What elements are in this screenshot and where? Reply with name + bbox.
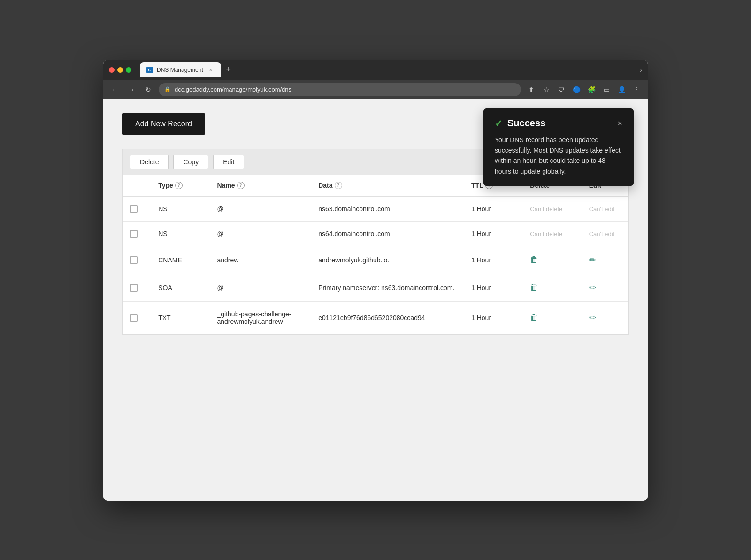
- edit-button[interactable]: Edit: [213, 155, 244, 169]
- dns-table-wrapper: Type ? Name ? Data: [122, 175, 629, 335]
- browser-window: G DNS Management × + › ← → ↻ 🔒 dcc.godad…: [103, 60, 648, 501]
- record-data: ns63.domaincontrol.com.: [311, 196, 464, 222]
- check-icon: ✓: [495, 118, 503, 129]
- share-icon[interactable]: ⬆: [525, 83, 538, 96]
- record-delete-action: 🗑: [522, 301, 581, 334]
- record-ttl: 1 Hour: [464, 246, 522, 274]
- address-bar[interactable]: 🔒 dcc.godaddy.com/manage/molyuk.com/dns: [159, 83, 521, 96]
- row-checkbox[interactable]: [130, 314, 138, 322]
- record-delete: Can't delete: [522, 196, 581, 222]
- page-content: Add New Record Delete Copy Edit Type ?: [103, 99, 648, 501]
- traffic-lights: [109, 67, 131, 73]
- record-ttl: 1 Hour: [464, 221, 522, 246]
- close-button[interactable]: [109, 67, 115, 73]
- url-text: dcc.godaddy.com/manage/molyuk.com/dns: [175, 86, 291, 93]
- back-button[interactable]: ←: [108, 83, 121, 96]
- reload-button[interactable]: ↻: [142, 83, 155, 96]
- fullscreen-button[interactable]: [126, 67, 131, 73]
- record-data: andrewmolyuk.github.io.: [311, 246, 464, 274]
- tab-close-button[interactable]: ×: [207, 66, 215, 74]
- toast-title: ✓ Success: [495, 118, 545, 129]
- profile-icon[interactable]: 👤: [615, 83, 628, 96]
- title-bar: G DNS Management × + ›: [103, 60, 648, 80]
- table-row: CNAME andrew andrewmolyuk.github.io. 1 H…: [123, 246, 628, 274]
- toast-message: Your DNS record has been updated success…: [495, 135, 622, 177]
- bookmark-icon[interactable]: ☆: [540, 83, 553, 96]
- record-data: e01121cb9f76d86d65202080ccad94: [311, 301, 464, 334]
- new-tab-button[interactable]: +: [222, 63, 235, 77]
- row-checkbox-cell: [123, 301, 151, 334]
- header-type: Type ?: [151, 175, 209, 196]
- delete-icon[interactable]: 🗑: [530, 255, 538, 264]
- lock-icon: 🔒: [164, 86, 171, 92]
- table-row: NS @ ns64.domaincontrol.com. 1 Hour Can'…: [123, 221, 628, 246]
- record-name: @: [209, 274, 311, 301]
- record-name: @: [209, 196, 311, 222]
- record-ttl: 1 Hour: [464, 301, 522, 334]
- row-checkbox[interactable]: [130, 205, 138, 213]
- success-toast: ✓ Success × Your DNS record has been upd…: [483, 108, 634, 186]
- extension-icon-2[interactable]: 🔵: [570, 83, 583, 96]
- row-checkbox-cell: [123, 274, 151, 301]
- delete-icon[interactable]: 🗑: [530, 283, 538, 292]
- minimize-button[interactable]: [117, 67, 123, 73]
- header-checkbox-cell: [123, 175, 151, 196]
- record-name: andrew: [209, 246, 311, 274]
- record-name: _github-pages-challenge-andrewmolyuk.and…: [209, 301, 311, 334]
- record-edit-action: ✏: [582, 301, 628, 334]
- extension-icon-1[interactable]: 🛡: [555, 83, 568, 96]
- copy-button[interactable]: Copy: [173, 155, 208, 169]
- row-checkbox-cell: [123, 221, 151, 246]
- overflow-button[interactable]: ›: [640, 66, 642, 74]
- name-help-icon[interactable]: ?: [237, 182, 245, 189]
- toast-header: ✓ Success ×: [495, 118, 622, 129]
- nav-icons: ⬆ ☆ 🛡 🔵 🧩 ▭ 👤 ⋮: [525, 83, 643, 96]
- record-name: @: [209, 221, 311, 246]
- record-edit: Can't edit: [582, 221, 628, 246]
- add-record-button[interactable]: Add New Record: [122, 113, 205, 135]
- edit-icon[interactable]: ✏: [589, 313, 596, 322]
- dns-table: Type ? Name ? Data: [123, 175, 628, 334]
- table-row: NS @ ns63.domaincontrol.com. 1 Hour Can'…: [123, 196, 628, 222]
- extensions-icon[interactable]: 🧩: [585, 83, 598, 96]
- record-type: TXT: [151, 301, 209, 334]
- record-data: ns64.domaincontrol.com.: [311, 221, 464, 246]
- type-help-icon[interactable]: ?: [175, 182, 183, 189]
- tab-title: DNS Management: [157, 67, 203, 73]
- delete-icon[interactable]: 🗑: [530, 313, 538, 322]
- header-name: Name ?: [209, 175, 311, 196]
- active-tab[interactable]: G DNS Management ×: [140, 62, 221, 77]
- record-edit-action: ✏: [582, 274, 628, 301]
- edit-icon[interactable]: ✏: [589, 255, 596, 265]
- tab-bar: G DNS Management × +: [140, 62, 235, 77]
- header-data: Data ?: [311, 175, 464, 196]
- row-checkbox[interactable]: [130, 230, 138, 238]
- row-checkbox[interactable]: [130, 284, 138, 292]
- tab-favicon: G: [146, 67, 153, 73]
- record-delete-action: 🗑: [522, 274, 581, 301]
- record-delete-action: 🗑: [522, 246, 581, 274]
- record-edit-action: ✏: [582, 246, 628, 274]
- nav-bar: ← → ↻ 🔒 dcc.godaddy.com/manage/molyuk.co…: [103, 80, 648, 99]
- record-data: Primary nameserver: ns63.domaincontrol.c…: [311, 274, 464, 301]
- record-type: NS: [151, 196, 209, 222]
- sidebar-icon[interactable]: ▭: [600, 83, 613, 96]
- record-type: NS: [151, 221, 209, 246]
- toast-close-button[interactable]: ×: [617, 119, 622, 128]
- row-checkbox-cell: [123, 196, 151, 222]
- data-help-icon[interactable]: ?: [335, 182, 342, 189]
- record-type: SOA: [151, 274, 209, 301]
- table-row: TXT _github-pages-challenge-andrewmolyuk…: [123, 301, 628, 334]
- record-delete: Can't delete: [522, 221, 581, 246]
- delete-button[interactable]: Delete: [130, 155, 169, 169]
- menu-icon[interactable]: ⋮: [630, 83, 643, 96]
- row-checkbox[interactable]: [130, 256, 138, 264]
- row-checkbox-cell: [123, 246, 151, 274]
- forward-button[interactable]: →: [125, 83, 138, 96]
- record-ttl: 1 Hour: [464, 196, 522, 222]
- record-edit: Can't edit: [582, 196, 628, 222]
- toast-title-text: Success: [507, 118, 545, 129]
- edit-icon[interactable]: ✏: [589, 283, 596, 292]
- table-row: SOA @ Primary nameserver: ns63.domaincon…: [123, 274, 628, 301]
- record-ttl: 1 Hour: [464, 274, 522, 301]
